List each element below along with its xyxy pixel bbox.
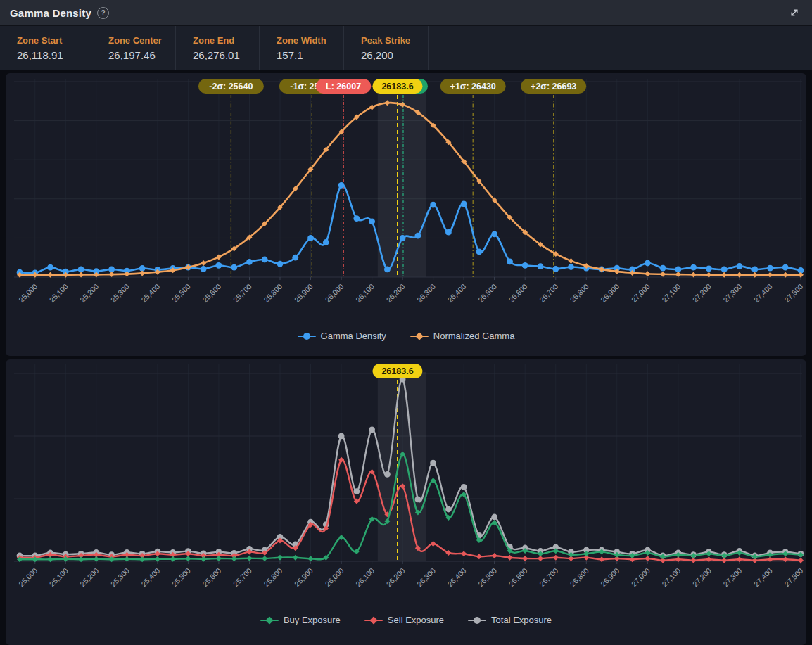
stat-value: 157.1	[277, 49, 343, 61]
stat-value: 26,276.01	[193, 49, 259, 61]
legend-label: Normalized Gamma	[433, 331, 515, 341]
x-tick-label: 26,900	[599, 282, 621, 304]
x-tick-label: 25,100	[48, 282, 70, 304]
legend-item-total-exposure[interactable]: Total Exposure	[468, 615, 552, 625]
line-circle-marker-icon	[468, 616, 486, 625]
line-diamond-marker-icon	[410, 332, 429, 340]
marker-pill: -2σ: 25640	[198, 79, 264, 94]
x-tick-label: 26,200	[384, 282, 406, 304]
stat-label: Zone Width	[277, 35, 343, 46]
x-tick-label: 26,000	[323, 566, 345, 588]
x-tick-label: 26,300	[415, 282, 437, 304]
expand-icon	[789, 8, 799, 18]
stat-label: Peak Strike	[361, 35, 428, 46]
marker-pill: 26183.6	[372, 79, 422, 94]
x-tick-label: 25,300	[109, 282, 131, 304]
x-tick-label: 25,100	[48, 566, 70, 588]
x-tick-label: 26,700	[538, 282, 559, 304]
legend-label: Total Exposure	[491, 615, 552, 625]
gamma-density-chart-panel: 25,00025,10025,20025,30025,40025,50025,6…	[6, 73, 806, 356]
x-tick-label: 25,900	[293, 566, 315, 588]
x-tick-label: 26,300	[415, 566, 437, 588]
gamma-density-chart: 25,00025,10025,20025,30025,40025,50025,6…	[6, 73, 806, 319]
stat-value: 26,200	[361, 49, 428, 61]
x-tick-label: 26,100	[354, 282, 376, 304]
exposure-chart: 25,00025,10025,20025,30025,40025,50025,6…	[6, 359, 806, 606]
x-tick-label: 26,400	[445, 282, 467, 304]
help-icon[interactable]: ?	[97, 7, 109, 19]
x-tick-label: 27,000	[630, 282, 652, 304]
line-diamond-marker-icon	[260, 616, 279, 625]
x-tick-label: 26,400	[445, 566, 467, 588]
marker-pill: +2σ: 26693	[521, 79, 586, 94]
stat-label: Zone Start	[17, 35, 91, 46]
x-tick-label: 26,100	[354, 566, 376, 588]
x-tick-label: 26,600	[507, 282, 528, 304]
x-tick-label: 25,400	[139, 282, 161, 304]
x-tick-label: 27,100	[660, 282, 682, 304]
x-tick-label: 25,800	[262, 282, 284, 304]
line-diamond-marker-icon	[364, 616, 383, 625]
x-tick-label: 27,500	[782, 282, 804, 304]
x-tick-label: 26,500	[476, 566, 498, 588]
x-tick-label: 26,800	[569, 282, 590, 304]
stat-cell-zone-center: Zone Center 26,197.46	[91, 26, 176, 70]
stat-cell-zone-end: Zone End 26,276.01	[176, 26, 260, 70]
x-tick-label: 27,500	[782, 566, 804, 588]
legend-label: Gamma Density	[321, 331, 386, 341]
stat-label: Zone Center	[108, 35, 175, 46]
x-tick-label: 25,300	[109, 566, 131, 588]
x-tick-label: 27,400	[752, 282, 774, 304]
gamma-density-widget: Gamma Density ? Zone Start 26,118.91 Zon…	[0, 0, 812, 645]
x-tick-label: 25,700	[231, 282, 253, 304]
gamma-zone-band	[378, 87, 426, 277]
page-title: Gamma Density	[10, 7, 91, 19]
svg-text:L: 26007: L: 26007	[326, 82, 361, 91]
svg-text:26183.6: 26183.6	[381, 366, 413, 376]
stats-bar: Zone Start 26,118.91 Zone Center 26,197.…	[0, 26, 812, 70]
stat-cell-peak-strike: Peak Strike 26,200	[344, 26, 429, 70]
x-tick-label: 25,200	[78, 566, 100, 588]
x-tick-label: 27,100	[660, 566, 682, 588]
expand-button[interactable]	[787, 5, 802, 20]
stat-cell-zone-start: Zone Start 26,118.91	[0, 26, 91, 70]
x-tick-label: 26,000	[323, 282, 345, 304]
x-tick-label: 27,200	[691, 566, 713, 588]
x-tick-label: 25,500	[170, 566, 192, 588]
x-tick-label: 27,300	[721, 566, 743, 588]
x-tick-label: 25,400	[139, 566, 161, 588]
x-tick-label: 27,000	[630, 566, 652, 588]
legend-item-sell-exposure[interactable]: Sell Exposure	[364, 615, 444, 625]
x-tick-label: 27,200	[691, 282, 713, 304]
legend-item-normalized-gamma[interactable]: Normalized Gamma	[410, 331, 515, 341]
x-tick-label: 26,200	[384, 566, 406, 588]
x-tick-label: 25,700	[231, 566, 253, 588]
x-tick-label: 26,600	[507, 566, 528, 588]
stat-value: 26,118.91	[17, 49, 91, 61]
x-tick-label: 25,000	[17, 282, 39, 304]
x-tick-label: 26,800	[569, 566, 590, 588]
stat-label: Zone End	[193, 35, 259, 46]
x-tick-label: 25,900	[293, 282, 315, 304]
marker-pill: L: 26007	[316, 79, 371, 94]
svg-text:-2σ: 25640: -2σ: 25640	[209, 82, 253, 91]
legend-label: Buy Exposure	[284, 615, 341, 625]
gamma-zone-band	[378, 372, 426, 561]
x-tick-label: 25,200	[78, 282, 100, 304]
marker-pill: 26183.6	[372, 364, 422, 378]
svg-text:+1σ: 26430: +1σ: 26430	[450, 82, 496, 91]
line-circle-marker-icon	[298, 332, 316, 340]
x-tick-label: 26,700	[538, 566, 559, 588]
stat-value: 26,197.46	[108, 49, 175, 61]
x-tick-label: 27,400	[752, 566, 774, 588]
top-chart-legend: Gamma Density Normalized Gamma	[6, 331, 806, 341]
legend-item-gamma-density[interactable]: Gamma Density	[298, 331, 386, 341]
exposure-chart-panel: 25,00025,10025,20025,30025,40025,50025,6…	[6, 359, 806, 645]
marker-pill: +1σ: 26430	[440, 79, 506, 94]
x-tick-label: 26,500	[476, 282, 498, 304]
legend-item-buy-exposure[interactable]: Buy Exposure	[260, 615, 341, 625]
bottom-chart-legend: Buy Exposure Sell Exposure Total Exposur…	[6, 615, 806, 625]
stat-cell-zone-width: Zone Width 157.1	[260, 26, 344, 70]
x-tick-label: 27,300	[721, 282, 743, 304]
x-tick-label: 25,600	[201, 566, 222, 588]
